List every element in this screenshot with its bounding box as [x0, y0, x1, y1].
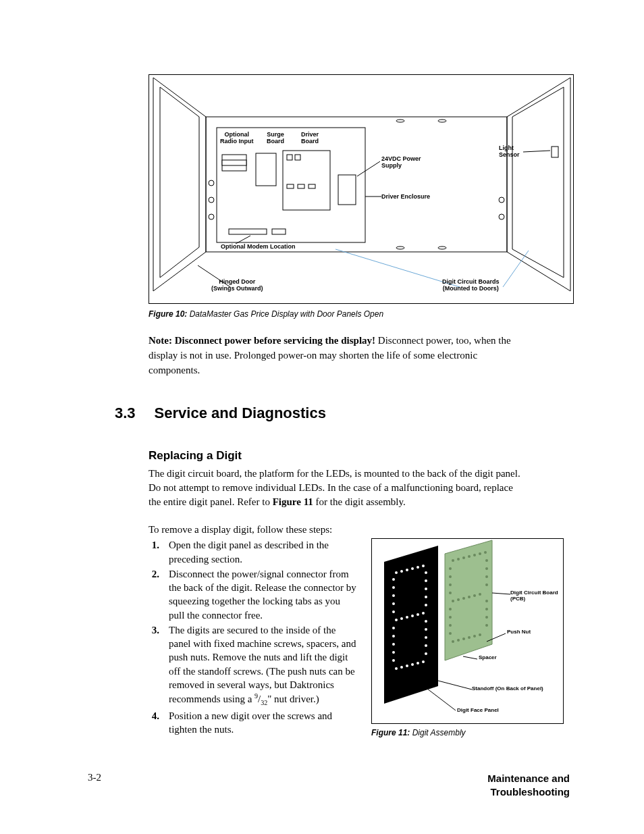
svg-point-5: [209, 180, 214, 186]
svg-point-42: [392, 578, 395, 581]
svg-point-80: [479, 552, 481, 555]
svg-point-104: [452, 640, 454, 643]
svg-point-97: [485, 600, 488, 602]
figure-11-caption-number: Figure 11:: [371, 728, 410, 737]
svg-marker-2: [160, 87, 199, 278]
figure-11-column: Digit Circuit Board (PCB) Push Nut Space…: [371, 538, 564, 737]
svg-point-62: [392, 643, 395, 646]
step-4: 4. Position a new digit over the screws …: [149, 709, 358, 737]
svg-point-63: [425, 636, 427, 639]
svg-point-50: [392, 610, 395, 613]
svg-point-107: [468, 636, 471, 639]
step-1: 1. Open the digit panel as described in …: [149, 538, 358, 566]
figure-10-caption-number: Figure 10:: [149, 309, 187, 319]
figure-11-svg: [372, 539, 564, 725]
svg-rect-12: [222, 160, 246, 165]
figure-11-caption-text: Digit Assembly: [410, 728, 465, 737]
steps-intro: To remove a display digit, follow these …: [149, 524, 570, 536]
svg-point-41: [422, 565, 425, 567]
svg-point-54: [406, 616, 408, 619]
svg-line-33: [503, 251, 529, 287]
svg-point-95: [479, 593, 481, 596]
svg-line-110: [492, 593, 510, 594]
section-heading: 3.3 Service and Diagnostics: [115, 405, 570, 422]
svg-point-53: [400, 617, 403, 620]
figure-10-diagram: Optional Radio Input Surge Board Driver …: [149, 74, 574, 304]
svg-marker-4: [512, 87, 564, 278]
label-digit-boards: Digit Circuit Boards (Mounted to Doors): [442, 279, 500, 292]
label-push-nut: Push Nut: [507, 629, 531, 635]
svg-point-59: [425, 620, 427, 623]
label-pcb: Digit Circuit Board (PCB): [510, 590, 563, 602]
svg-point-105: [457, 639, 460, 642]
svg-rect-20: [338, 175, 356, 205]
svg-point-58: [392, 627, 395, 629]
figure-10-svg: [149, 75, 574, 305]
svg-point-102: [449, 632, 452, 635]
footer-page-number: 3-2: [88, 772, 101, 783]
svg-point-75: [452, 559, 454, 562]
para-tail: for the digit assembly.: [313, 496, 406, 507]
svg-point-78: [468, 555, 471, 558]
svg-point-90: [452, 600, 454, 602]
svg-point-45: [425, 579, 427, 582]
svg-point-24: [438, 120, 446, 122]
section-number: 3.3: [115, 405, 136, 422]
label-driver-board: Driver Board: [301, 132, 319, 145]
label-surge-board: Surge Board: [267, 132, 284, 145]
svg-point-40: [417, 566, 419, 569]
step-2-number: 2.: [149, 567, 159, 622]
svg-point-43: [425, 571, 427, 574]
step-2: 2. Disconnect the power/signal connector…: [149, 567, 358, 622]
svg-rect-14: [283, 151, 330, 210]
svg-point-49: [425, 596, 427, 598]
svg-point-79: [473, 554, 476, 556]
svg-point-66: [392, 659, 395, 662]
svg-point-94: [473, 594, 476, 597]
label-spacer: Spacer: [479, 655, 497, 661]
svg-point-92: [462, 597, 465, 600]
svg-point-61: [425, 628, 427, 631]
section-title: Service and Diagnostics: [155, 405, 326, 422]
note-bold: Note: Disconnect power before servicing …: [149, 335, 375, 346]
svg-point-82: [449, 567, 452, 570]
svg-point-25: [396, 246, 404, 249]
svg-point-8: [499, 197, 504, 203]
svg-point-86: [449, 583, 452, 586]
svg-marker-35: [384, 546, 438, 704]
svg-point-72: [417, 662, 419, 664]
svg-point-93: [468, 596, 471, 598]
svg-point-106: [462, 637, 465, 640]
svg-point-89: [485, 583, 488, 586]
svg-point-47: [425, 588, 427, 590]
svg-point-91: [457, 598, 460, 601]
svg-point-81: [484, 551, 487, 554]
figure-10-caption: Figure 10: DataMaster Gas Price Display …: [149, 309, 570, 319]
label-face-panel: Digit Face Panel: [457, 708, 499, 714]
svg-point-85: [485, 567, 488, 570]
step-4-number: 4.: [149, 709, 159, 737]
svg-point-6: [209, 197, 214, 203]
svg-point-67: [425, 652, 427, 655]
svg-line-32: [336, 249, 460, 287]
svg-point-23: [396, 120, 404, 122]
svg-point-64: [392, 651, 395, 654]
svg-point-84: [449, 575, 452, 578]
svg-point-48: [392, 602, 395, 605]
steps-column: 1. Open the digit panel as described in …: [149, 538, 358, 737]
svg-line-114: [427, 689, 456, 710]
svg-point-73: [422, 660, 425, 663]
figure-10-caption-text: DataMaster Gas Price Display with Door P…: [187, 309, 383, 319]
step-3-number: 3.: [149, 623, 159, 708]
svg-point-70: [406, 664, 408, 667]
label-light-sensor: Light Sensor: [499, 145, 520, 159]
svg-point-60: [392, 635, 395, 637]
step-4-text: Position a new digit over the screws and…: [169, 709, 358, 737]
subsection-heading: Replacing a Digit: [149, 449, 570, 463]
step-3-text: The digits are secured to the inside of …: [169, 623, 358, 708]
svg-point-56: [417, 613, 419, 616]
svg-rect-27: [552, 147, 558, 157]
label-hinged-door: Hinged Door (Swings Outward): [211, 279, 263, 292]
svg-point-57: [422, 612, 425, 615]
svg-point-100: [449, 624, 452, 627]
